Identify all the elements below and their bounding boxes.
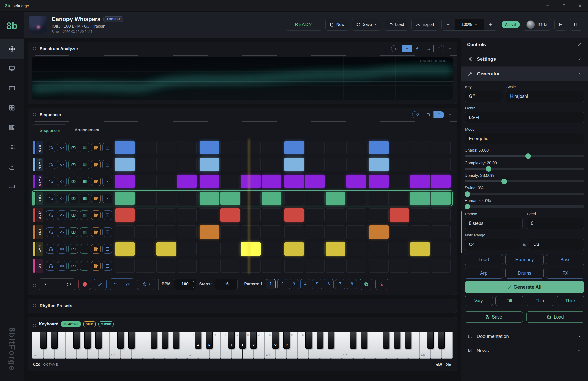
step-cell[interactable] — [200, 158, 219, 171]
black-key-Cs1[interactable] — [40, 332, 47, 349]
slider-track[interactable] — [465, 155, 584, 157]
step-cell[interactable] — [346, 242, 366, 256]
track-piano-button[interactable] — [68, 143, 78, 152]
black-key-Ds1[interactable] — [51, 332, 58, 349]
step-cell[interactable] — [177, 242, 197, 256]
copy-pattern-button[interactable] — [360, 279, 372, 290]
step-cell[interactable] — [115, 259, 135, 273]
step-cell[interactable] — [369, 225, 389, 239]
sidebar-item-dots-grid-icon[interactable] — [0, 137, 24, 157]
track-piano-button[interactable] — [68, 160, 78, 169]
step-cell[interactable] — [115, 158, 135, 171]
generate-lead-button[interactable]: Lead — [465, 254, 503, 265]
black-key-Fs2[interactable] — [151, 332, 157, 349]
logout-button[interactable] — [554, 19, 567, 31]
generate-fx-button[interactable]: FX — [546, 268, 584, 279]
bpm-input[interactable]: 100 ▲▼ — [174, 279, 196, 290]
step-cell[interactable] — [177, 208, 197, 222]
sidebar-item-library-icon[interactable] — [0, 118, 24, 137]
track-piano-button[interactable] — [68, 244, 78, 254]
step-cell[interactable] — [262, 158, 281, 171]
step-cell[interactable] — [200, 175, 219, 188]
step-cell[interactable] — [220, 141, 240, 154]
step-cell[interactable] — [220, 158, 240, 171]
step-cell[interactable] — [369, 158, 389, 171]
black-key-Ds5[interactable] — [361, 332, 367, 349]
generate-all-button[interactable]: Generate All — [465, 281, 584, 293]
black-key-Fs3[interactable]: T — [228, 332, 235, 349]
track-dice-button[interactable] — [102, 261, 112, 271]
step-cell[interactable] — [200, 141, 219, 154]
step-cell[interactable] — [326, 225, 345, 239]
step-cell[interactable] — [390, 208, 409, 222]
step-cell[interactable] — [326, 141, 345, 154]
record-button[interactable] — [78, 279, 91, 290]
step-cell[interactable] — [262, 259, 281, 273]
generator-section-header[interactable]: Generator — [461, 67, 588, 81]
pattern-button-8[interactable]: 8 — [347, 279, 357, 289]
seed-input[interactable]: 0 — [527, 218, 584, 229]
drag-handle[interactable] — [33, 112, 36, 117]
step-cell[interactable] — [305, 175, 325, 188]
step-cell[interactable] — [326, 208, 345, 222]
step-cell[interactable] — [390, 225, 409, 239]
step-cell[interactable] — [431, 208, 451, 222]
step-cell[interactable] — [156, 141, 176, 154]
black-key-Gs3[interactable]: Y — [239, 332, 246, 349]
generate-bass-button[interactable]: Bass — [546, 254, 584, 265]
step-cell[interactable] — [177, 175, 197, 188]
window-minimize-button[interactable] — [540, 0, 556, 12]
note-range-to-input[interactable]: C3 — [529, 239, 584, 250]
step-cell[interactable] — [390, 158, 409, 171]
scale-select[interactable]: Hirajoshi — [506, 91, 584, 102]
step-cell[interactable] — [346, 158, 366, 171]
track-dice-button[interactable] — [102, 194, 112, 203]
step-cell[interactable] — [241, 259, 261, 273]
track-mute-button[interactable] — [57, 261, 67, 271]
step-cell[interactable] — [284, 225, 304, 239]
step-cell[interactable] — [346, 141, 366, 154]
black-key-As1[interactable] — [95, 332, 102, 349]
track-dice-button[interactable] — [102, 227, 112, 237]
undo-button[interactable] — [110, 279, 122, 290]
step-cell[interactable] — [200, 259, 219, 273]
view-dots-grid-icon[interactable] — [423, 45, 434, 52]
step-cell[interactable] — [115, 175, 135, 188]
step-cell[interactable] — [115, 242, 135, 256]
chord-mode-badge[interactable]: CHORD — [98, 321, 114, 327]
step-cell[interactable] — [410, 259, 430, 273]
step-cell[interactable] — [262, 141, 281, 154]
track-headphones-button[interactable] — [46, 143, 55, 152]
step-cell[interactable] — [136, 175, 155, 188]
step-cell[interactable] — [326, 175, 345, 188]
step-cell[interactable] — [410, 158, 430, 171]
step-cell[interactable] — [410, 208, 430, 222]
step-cell[interactable] — [262, 225, 281, 239]
track-piano-button[interactable] — [68, 177, 78, 186]
steps-input[interactable]: 16 — [215, 279, 238, 290]
load-button[interactable]: Load — [384, 19, 408, 31]
black-key-Ds3[interactable]: E — [206, 332, 213, 349]
black-key-Cs5[interactable] — [350, 332, 356, 349]
step-cell[interactable] — [115, 141, 135, 154]
black-key-Gs1[interactable] — [84, 332, 91, 349]
slider-track[interactable] — [465, 205, 584, 208]
track-dice-button[interactable] — [102, 244, 112, 254]
tab-sequencer[interactable]: Sequencer — [32, 124, 67, 136]
step-cell[interactable] — [431, 242, 451, 256]
step-cell[interactable] — [220, 175, 240, 188]
pattern-button-1[interactable]: 1 — [266, 279, 276, 289]
step-cell[interactable] — [241, 192, 261, 205]
black-key-Ds2[interactable] — [128, 332, 135, 349]
view-panel-left-icon[interactable] — [423, 111, 434, 118]
note-range-from-input[interactable]: C4 — [465, 239, 520, 250]
step-cell[interactable] — [369, 192, 389, 205]
track-dots-grid-button[interactable] — [80, 160, 89, 169]
track-headphones-button[interactable] — [46, 227, 55, 237]
panel-toggle-button[interactable] — [570, 19, 582, 31]
step-cell[interactable] — [156, 192, 176, 205]
step-cell[interactable] — [177, 225, 197, 239]
black-key-Cs3[interactable]: Z — [195, 332, 201, 349]
play-button[interactable] — [39, 279, 51, 290]
view-wave-icon[interactable] — [402, 45, 412, 52]
